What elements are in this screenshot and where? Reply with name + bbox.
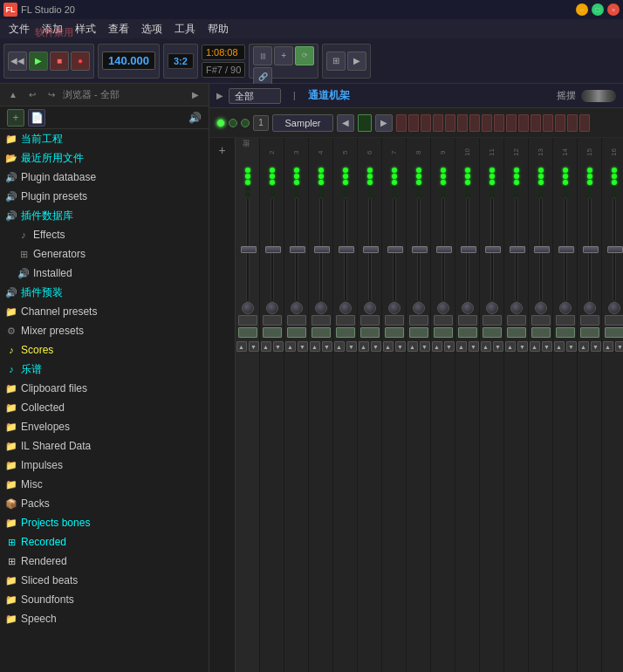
fader-handle-8[interactable] [412, 246, 428, 253]
sidebar-item-clipboard-files[interactable]: 📁 Clipboard files [0, 379, 209, 398]
fader-track-5[interactable] [344, 197, 347, 302]
channel-pad-16[interactable] [579, 114, 590, 132]
route-btn-2-16[interactable] [605, 327, 624, 338]
route-btn-1-8[interactable] [409, 315, 428, 326]
route-btn-1-6[interactable] [360, 315, 380, 326]
sidebar-refresh[interactable]: ▶ [188, 87, 203, 103]
volume-knob-3[interactable] [291, 302, 303, 314]
volume-knob-11[interactable] [486, 302, 498, 314]
sidebar-item-installed[interactable]: 🔊 Installed [0, 264, 209, 283]
fader-track-8[interactable] [417, 197, 421, 302]
fader-track-15[interactable] [588, 197, 592, 302]
up-arrow-13[interactable]: ▲ [530, 341, 540, 352]
fader-track-6[interactable] [368, 197, 372, 302]
fader-track-2[interactable] [270, 197, 274, 302]
menu-view[interactable]: 查看 [103, 20, 134, 38]
sidebar-item-plugin-presets-cn[interactable]: 🔊 插件预装 [0, 283, 209, 302]
sidebar-item-effects[interactable]: ♪ Effects [0, 225, 209, 244]
up-arrow-3[interactable]: ▲ [285, 341, 296, 352]
down-arrow-5[interactable]: ▼ [346, 341, 357, 352]
volume-knob-9[interactable] [437, 302, 449, 314]
sidebar-nav-forward[interactable]: ↪ [44, 87, 59, 103]
fader-handle-3[interactable] [290, 246, 305, 253]
sidebar-item-impulses[interactable]: 📁 Impulses [0, 456, 209, 475]
sidebar-item-channel-presets[interactable]: 📁 Channel presets [0, 302, 209, 321]
channel-pad-9[interactable] [494, 114, 504, 132]
channel-pad-14[interactable] [555, 114, 565, 132]
fader-handle-5[interactable] [339, 246, 354, 253]
channel-extra-1[interactable]: ▶ [375, 114, 393, 132]
volume-knob-7[interactable] [388, 302, 400, 314]
mixer-arrow-left[interactable]: ▶ [216, 91, 223, 100]
down-arrow-8[interactable]: ▼ [420, 341, 430, 352]
close-button[interactable]: × [607, 3, 620, 16]
sidebar-item-scores[interactable]: ♪ Scores [0, 340, 209, 360]
route-btn-2-12[interactable] [507, 327, 526, 338]
volume-knob-8[interactable] [413, 302, 425, 314]
sidebar-item-il-shared-data[interactable]: 📁 IL Shared Data [0, 436, 209, 456]
down-arrow-15[interactable]: ▼ [591, 341, 601, 352]
record-button[interactable]: ● [71, 51, 90, 71]
fader-handle-14[interactable] [558, 246, 574, 253]
swing-knob[interactable] [581, 90, 616, 102]
fader-track-16[interactable] [613, 197, 616, 302]
menu-options[interactable]: 选项 [136, 20, 168, 38]
route-btn-2-11[interactable] [483, 327, 502, 338]
down-arrow-4[interactable]: ▼ [322, 341, 332, 352]
route-btn-1-5[interactable] [336, 315, 355, 326]
fader-handle-12[interactable] [510, 246, 525, 253]
route-btn-1-13[interactable] [531, 315, 551, 326]
up-arrow-6[interactable]: ▲ [359, 341, 369, 352]
fader-track-11[interactable] [490, 197, 494, 302]
fader-track-12[interactable] [515, 197, 518, 302]
channel-pad-13[interactable] [543, 114, 553, 132]
volume-knob-15[interactable] [584, 302, 596, 314]
mixer-filter-select[interactable]: 全部 [229, 88, 281, 104]
sidebar-item-packs[interactable]: 📦 Packs [0, 494, 209, 513]
fader-track-10[interactable] [466, 197, 469, 302]
down-arrow-1[interactable]: ▼ [249, 341, 259, 352]
fader-track-9[interactable] [442, 197, 445, 302]
route-btn-1-4[interactable] [312, 315, 331, 326]
up-arrow-1[interactable]: ▲ [236, 341, 247, 352]
route-btn-1-16[interactable] [605, 315, 624, 326]
up-arrow-8[interactable]: ▲ [407, 341, 418, 352]
fader-handle-1[interactable] [241, 246, 257, 253]
up-arrow-9[interactable]: ▲ [432, 341, 442, 352]
channel-pad-12[interactable] [531, 114, 541, 132]
up-arrow-16[interactable]: ▲ [603, 341, 613, 352]
fader-track-7[interactable] [393, 197, 396, 302]
channel-pad-2[interactable] [408, 114, 419, 132]
channel-pad-10[interactable] [506, 114, 517, 132]
up-arrow-10[interactable]: ▲ [456, 341, 467, 352]
down-arrow-2[interactable]: ▼ [273, 341, 284, 352]
sidebar-item-envelopes[interactable]: 📁 Envelopes [0, 417, 209, 436]
sidebar-item-current-project[interactable]: 📁 当前工程 [0, 129, 209, 148]
down-arrow-10[interactable]: ▼ [469, 341, 479, 352]
route-btn-1-15[interactable] [580, 315, 599, 326]
fader-handle-6[interactable] [363, 246, 379, 253]
route-btn-2-14[interactable] [556, 327, 575, 338]
down-arrow-12[interactable]: ▼ [517, 341, 528, 352]
menu-style[interactable]: 样式 [70, 20, 101, 38]
menu-file[interactable]: 文件 [3, 20, 35, 38]
down-arrow-14[interactable]: ▼ [566, 341, 577, 352]
sidebar-item-soundfonts[interactable]: 📁 Soundfonts [0, 590, 209, 609]
sidebar-item-collected[interactable]: 📁 Collected [0, 398, 209, 417]
play-button[interactable]: ▶ [29, 51, 48, 71]
route-btn-2-4[interactable] [312, 327, 331, 338]
down-arrow-13[interactable]: ▼ [542, 341, 552, 352]
route-btn-2-1[interactable] [238, 327, 257, 338]
plus-btn[interactable]: + [274, 46, 293, 65]
route-btn-1-11[interactable] [483, 315, 502, 326]
route-btn-2-13[interactable] [531, 327, 551, 338]
route-btn-2-3[interactable] [287, 327, 306, 338]
up-arrow-7[interactable]: ▲ [383, 341, 394, 352]
route-btn-1-3[interactable] [287, 315, 306, 326]
fader-handle-9[interactable] [436, 246, 452, 253]
down-arrow-16[interactable]: ▼ [615, 341, 624, 352]
route-btn-2-7[interactable] [385, 327, 404, 338]
route-btn-1-14[interactable] [556, 315, 575, 326]
sidebar-item-generators[interactable]: ⊞ Generators [0, 244, 209, 264]
channel-led-2[interactable] [229, 119, 237, 127]
